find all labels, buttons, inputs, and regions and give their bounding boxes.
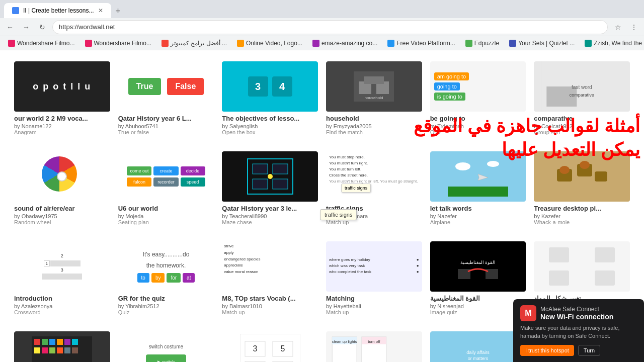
card-qatar[interactable]: True False Qatar History year 6 L... by … <box>118 61 214 135</box>
card-imageq[interactable]: القوة المغناطيسية القوة المغناطيسية by N… <box>430 241 526 315</box>
card-columns[interactable]: clean up lights turn off <box>326 331 422 362</box>
card-switch[interactable]: switch costume ▶ switch <box>118 331 214 362</box>
bookmark-filmora1[interactable]: Wondershare Filmo... <box>4 39 79 48</box>
card-airplane[interactable]: let talk words by Nazefer Airplane <box>430 151 526 225</box>
svg-point-18 <box>455 162 470 170</box>
bookmark-programs[interactable]: أفضل برامج كمبيوتر ... <box>157 39 231 48</box>
card-author: by Noname122 <box>14 123 110 129</box>
card-thumb-daily: daily affairs or matters <box>430 331 526 362</box>
svg-text:القوة المغناطيسية: القوة المغناطيسية <box>460 260 496 265</box>
bookmark-quizlet[interactable]: Your Sets | Quizlet ... <box>505 39 579 48</box>
svg-rect-39 <box>42 347 48 353</box>
card-matching[interactable]: where goes my holiday● which was very ta… <box>326 241 422 315</box>
mcafee-header: M McAfee Safe Connect New Wi-Fi connecti… <box>520 305 637 321</box>
card-type: Random wheel <box>14 219 110 225</box>
card-numbers[interactable]: 3 5 <box>222 331 318 362</box>
card-maze[interactable]: Qatar History year 3 le... by Teacherali… <box>222 151 318 225</box>
bookmark-edpuzzle[interactable]: Edpuzzle <box>461 39 503 48</box>
card-seating[interactable]: come out create decide falcon recorder s… <box>118 151 214 225</box>
tab-label: II | Create better lessons... <box>23 7 94 14</box>
cards-row-1: o p o t l l u our world 2 2 M9 voca... b… <box>6 55 638 141</box>
card-type: Crossword <box>14 309 110 315</box>
svg-point-25 <box>559 166 570 174</box>
svg-text:household: household <box>365 96 383 100</box>
tab-close-btn[interactable]: ✕ <box>98 7 103 14</box>
card-title: U6 our world <box>118 205 214 212</box>
card-title: our world 2 2 M9 voca... <box>14 115 110 122</box>
card-author: by Emyzyada2005 <box>326 123 422 129</box>
svg-text:comparative: comparative <box>570 93 594 98</box>
card-thumb-seating: come out create decide falcon recorder s… <box>118 151 214 202</box>
bookmark-star[interactable]: ☆ <box>612 21 624 33</box>
refresh-btn[interactable]: ↻ <box>36 21 48 33</box>
bookmark-zzish[interactable]: Zzish, We find the b... <box>581 39 644 48</box>
card-going-to[interactable]: am going to going to is going to be goin… <box>430 61 526 135</box>
card-thumb-going: am going to going to is going to <box>430 61 526 112</box>
back-btn[interactable]: ← <box>4 21 16 33</box>
card-household[interactable]: household household by Emyzyada2005 Find… <box>326 61 422 135</box>
card-daily[interactable]: daily affairs or matters <box>430 331 526 362</box>
card-title: let talk words <box>430 205 526 212</box>
card-title: Matching <box>326 295 422 302</box>
card-title: Qatar History year 6 L... <box>118 115 214 122</box>
menu-btn[interactable]: ⋮ <box>628 21 640 33</box>
svg-rect-27 <box>448 244 508 289</box>
card-title: Treasure desktop pi... <box>534 205 630 212</box>
svg-rect-33 <box>42 339 48 345</box>
card-crossword[interactable]: 2 1 3 introduction by Azalezsonya Crossw… <box>14 241 110 315</box>
card-whack[interactable]: Treasure desktop pi... by Kazefer Whack-… <box>534 151 630 225</box>
mcafee-footer: I trust this hotspot Turn <box>520 345 637 356</box>
active-tab[interactable]: II | Create better lessons... ✕ <box>4 3 111 18</box>
card-comparative[interactable]: fast word comparative comparative by Coo… <box>534 61 630 135</box>
card-m8[interactable]: strive apply endangered species apprecia… <box>222 241 318 315</box>
svg-point-15 <box>268 174 273 179</box>
card-author: by Hayettebali <box>326 303 422 309</box>
svg-rect-37 <box>72 339 78 345</box>
card-title: household <box>326 115 422 122</box>
card-title: introduction <box>14 295 110 302</box>
card-type: Match up <box>222 309 318 315</box>
card-opotllu[interactable]: o p o t l l u our world 2 2 M9 voca... b… <box>14 61 110 135</box>
bookmark-emaze[interactable]: emaze-amazing co... <box>308 39 381 48</box>
address-bar: ← → ↻ https://wordwall.net ☆ ⋮ <box>0 18 644 36</box>
bookmark-online-video[interactable]: Online Video, Logo... <box>233 39 306 48</box>
card-objectives[interactable]: 3 4 The objectives of lesso... by Salyen… <box>222 61 318 135</box>
svg-rect-42 <box>64 347 70 353</box>
card-author: by Teacherali8990 <box>222 213 318 219</box>
card-thumb-colorful <box>14 331 110 362</box>
card-wheel[interactable]: sound of air/ere/ear by Obadawy1975 Rand… <box>14 151 110 225</box>
bookmark-bar: Wondershare Filmo... Wondershare Filmo..… <box>0 36 644 50</box>
card-title: comparative <box>534 115 630 122</box>
card-author: by Abuhoor5741 <box>118 123 214 129</box>
url-input[interactable]: https://wordwall.net <box>52 20 608 34</box>
svg-text:5: 5 <box>280 344 285 353</box>
bookmark-free-video[interactable]: Free Video Platform... <box>383 39 459 48</box>
svg-point-19 <box>487 161 499 167</box>
card-colorful[interactable]: مفردات/ هدى السيد العربي <box>14 331 110 362</box>
svg-rect-40 <box>49 347 55 353</box>
card-title: sound of air/ere/ear <box>14 205 110 212</box>
card-author: by Yibrahim2512 <box>118 303 214 309</box>
bookmark-icon <box>8 40 15 47</box>
card-title: The objectives of lesso... <box>222 115 318 122</box>
mcafee-turn-btn[interactable]: Turn <box>578 345 600 356</box>
card-type: Maze chase <box>222 219 318 225</box>
new-tab-btn[interactable]: + <box>111 4 125 18</box>
card-gr-quiz[interactable]: It's easy...........do the homework. to … <box>118 241 214 315</box>
svg-rect-3 <box>364 76 384 84</box>
svg-rect-34 <box>49 339 55 345</box>
svg-rect-24 <box>595 171 607 182</box>
card-thumb-switch: switch costume ▶ switch <box>118 331 214 362</box>
mcafee-app-name: McAfee Safe Connect <box>540 306 613 313</box>
mcafee-trust-btn[interactable]: I trust this hotspot <box>520 345 574 356</box>
tab-favicon <box>12 7 19 14</box>
bookmark-icon <box>509 40 516 47</box>
bookmark-filmora2[interactable]: Wondershare Filmo... <box>81 39 156 48</box>
card-author: by Nisreenjad <box>430 303 526 309</box>
mcafee-body-text: Make sure your data and privacy is safe,… <box>520 324 637 340</box>
svg-rect-32 <box>34 339 40 345</box>
forward-btn[interactable]: → <box>20 21 32 33</box>
card-author: by Mojeda <box>118 213 214 219</box>
bookmark-icon <box>85 40 92 47</box>
card-type: Group sort <box>534 129 630 135</box>
